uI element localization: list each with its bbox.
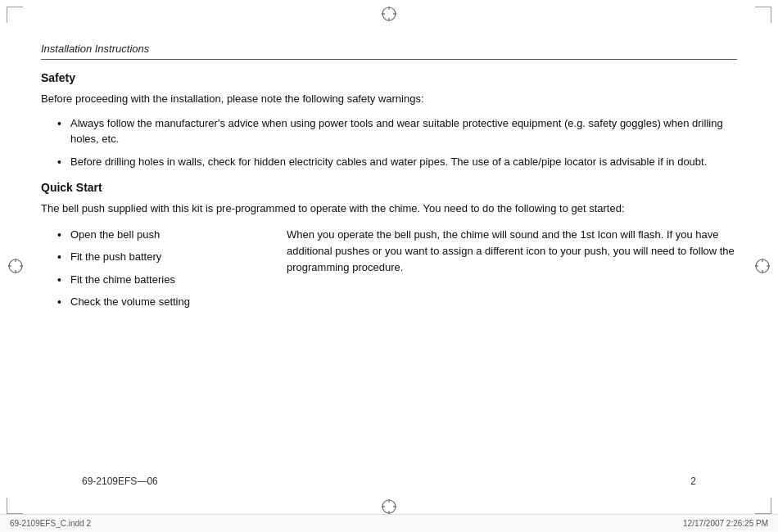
safety-section: Safety Before proceeding with the instal… bbox=[41, 71, 737, 169]
safety-bullet-2: Before drilling holes in walls, check fo… bbox=[57, 154, 737, 170]
footer-area: 69-2109EFS—06 2 bbox=[82, 476, 696, 487]
corner-mark-bottom-left bbox=[7, 498, 23, 514]
left-column: Open the bell push Fit the push battery … bbox=[41, 227, 270, 317]
quick-start-description: The bell push supplied with this kit is … bbox=[41, 201, 737, 217]
crosshair-right-middle bbox=[753, 257, 771, 275]
bottom-strip-file: 69-2109EFS_C.indd 2 bbox=[10, 519, 91, 528]
quickstart-bullet-4: Check the volume setting bbox=[57, 294, 270, 310]
safety-bullet-1: Always follow the manufacturer's advice … bbox=[57, 115, 737, 147]
safety-intro: Before proceeding with the installation,… bbox=[41, 91, 737, 107]
quickstart-bullet-2: Fit the push battery bbox=[57, 249, 270, 265]
safety-title: Safety bbox=[41, 71, 737, 84]
page-container: Installation Instructions Safety Before … bbox=[0, 0, 778, 532]
safety-bullet-list: Always follow the manufacturer's advice … bbox=[57, 115, 737, 170]
crosshair-bottom-center bbox=[380, 498, 398, 516]
side-note-text: When you operate the bell push, the chim… bbox=[287, 228, 735, 273]
footer-code: 69-2109EFS—06 bbox=[82, 476, 158, 487]
header-title: Installation Instructions bbox=[41, 43, 149, 55]
quickstart-bullet-1: Open the bell push bbox=[57, 227, 270, 243]
crosshair-top-center bbox=[380, 5, 398, 23]
bottom-strip-timestamp: 12/17/2007 2:26:25 PM bbox=[683, 519, 768, 528]
crosshair-left-middle bbox=[7, 257, 25, 275]
corner-mark-top-right bbox=[755, 7, 771, 23]
content-area: Installation Instructions Safety Before … bbox=[41, 41, 737, 495]
bottom-strip: 69-2109EFS_C.indd 2 12/17/2007 2:26:25 P… bbox=[0, 514, 778, 532]
page-inner: Installation Instructions Safety Before … bbox=[0, 0, 778, 532]
right-column: When you operate the bell push, the chim… bbox=[287, 227, 737, 317]
corner-mark-bottom-right bbox=[755, 498, 771, 514]
footer-page-number: 2 bbox=[690, 476, 696, 487]
header-section: Installation Instructions bbox=[41, 41, 737, 60]
two-column-layout: Open the bell push Fit the push battery … bbox=[41, 227, 737, 317]
quick-start-title: Quick Start bbox=[41, 181, 737, 194]
quickstart-bullet-3: Fit the chime batteries bbox=[57, 272, 270, 288]
quick-start-section: Quick Start The bell push supplied with … bbox=[41, 181, 737, 317]
quickstart-bullet-list: Open the bell push Fit the push battery … bbox=[57, 227, 270, 310]
corner-mark-top-left bbox=[7, 7, 23, 23]
